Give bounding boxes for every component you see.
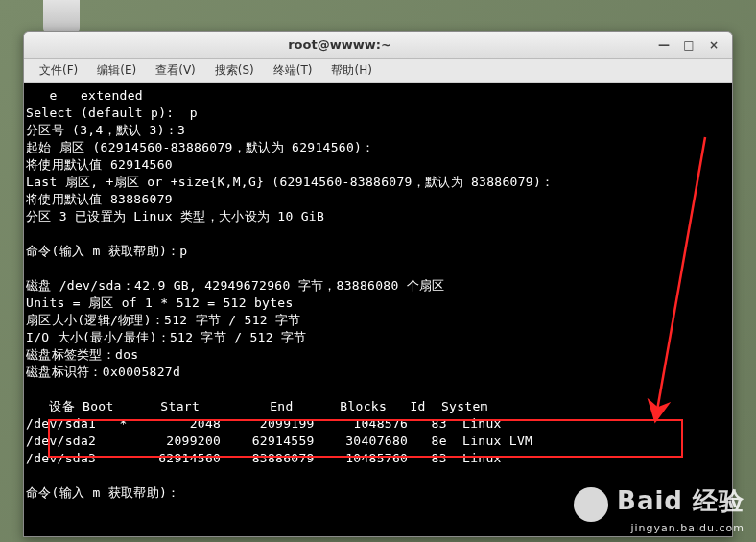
minimize-button[interactable]: — <box>655 36 673 54</box>
menu-view[interactable]: 查看(V) <box>146 59 205 82</box>
window-controls: — □ × <box>655 36 732 54</box>
window-title: root@wwww:~ <box>24 37 655 52</box>
terminal-output[interactable]: e extended Select (default p): p 分区号 (3,… <box>24 83 732 536</box>
menubar: 文件(F) 编辑(E) 查看(V) 搜索(S) 终端(T) 帮助(H) <box>24 59 732 83</box>
maximize-button[interactable]: □ <box>680 36 697 54</box>
terminal-window: root@wwww:~ — □ × 文件(F) 编辑(E) 查看(V) 搜索(S… <box>23 31 733 537</box>
menu-help[interactable]: 帮助(H) <box>321 59 381 82</box>
menu-edit[interactable]: 编辑(E) <box>87 59 146 82</box>
recycle-bin-icon <box>43 0 80 32</box>
watermark-sub: jingyan.baidu.com <box>574 522 744 534</box>
menu-file[interactable]: 文件(F) <box>30 59 87 82</box>
close-button[interactable]: × <box>705 36 722 54</box>
titlebar[interactable]: root@wwww:~ — □ × <box>24 32 732 59</box>
watermark: Baid 经验 jingyan.baidu.com <box>574 484 744 535</box>
watermark-main: Baid 经验 <box>617 486 744 515</box>
menu-search[interactable]: 搜索(S) <box>205 59 264 82</box>
paw-icon <box>574 487 608 522</box>
menu-terminal[interactable]: 终端(T) <box>264 59 322 82</box>
